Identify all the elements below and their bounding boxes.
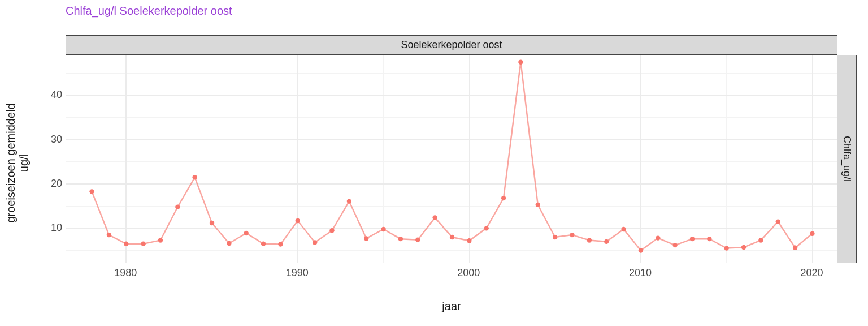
y-tick-label: 20 — [51, 178, 62, 190]
data-point — [313, 240, 317, 244]
data-point — [741, 245, 746, 250]
data-point — [398, 237, 403, 241]
data-point — [364, 236, 368, 241]
data-point — [501, 196, 506, 200]
data-point — [278, 242, 283, 246]
data-point — [690, 237, 695, 241]
data-point — [553, 235, 557, 239]
data-point — [244, 231, 249, 235]
data-point — [776, 219, 780, 224]
data-point — [570, 233, 574, 237]
x-axis-label: jaar — [66, 300, 837, 313]
data-point — [810, 231, 814, 236]
data-point — [124, 242, 128, 246]
y-axis-label: groeiseizoen gemiddeld ug/l — [5, 50, 31, 276]
x-tick-label: 2010 — [629, 267, 652, 279]
line-series — [92, 62, 813, 251]
data-point — [707, 237, 711, 241]
data-point — [793, 246, 797, 250]
data-point — [536, 203, 540, 207]
data-point — [467, 238, 471, 243]
chart-svg-layer — [66, 55, 837, 263]
data-point — [724, 246, 728, 250]
data-point — [450, 235, 454, 239]
data-point — [296, 218, 300, 223]
facet-strip-right: Chlfa_ug/l — [837, 55, 857, 263]
data-point — [261, 242, 266, 246]
data-point — [192, 175, 197, 179]
data-point — [227, 241, 231, 246]
x-tick-label: 2000 — [457, 267, 480, 279]
data-point — [107, 233, 111, 237]
data-point — [141, 242, 145, 246]
data-point — [381, 227, 385, 231]
data-point — [415, 238, 420, 242]
y-tick-label: 30 — [51, 133, 62, 145]
data-point — [604, 239, 609, 244]
data-point — [347, 199, 351, 203]
chart-container: Chlfa_ug/l Soelekerkepolder oost groeise… — [0, 0, 868, 326]
plot-area — [66, 55, 837, 263]
data-point — [518, 60, 523, 65]
data-point — [89, 189, 94, 194]
data-point — [158, 238, 163, 242]
data-point — [432, 215, 437, 220]
x-tick-label: 1980 — [114, 267, 137, 279]
data-point — [484, 226, 489, 230]
data-point — [656, 235, 660, 240]
data-point — [175, 205, 180, 209]
data-point — [329, 228, 334, 233]
x-tick-label: 2020 — [800, 267, 823, 279]
data-point — [758, 238, 763, 242]
data-point — [587, 238, 592, 242]
facet-strip-right-label: Chlfa_ug/l — [841, 136, 853, 182]
data-point — [639, 248, 643, 252]
y-tick-label: 10 — [51, 222, 62, 234]
y-tick-label: 40 — [51, 89, 62, 101]
data-point — [672, 243, 677, 247]
data-point — [210, 221, 214, 225]
facet-strip-top-label: Soelekerkepolder oost — [401, 39, 502, 51]
data-point — [621, 227, 626, 231]
x-tick-label: 1990 — [286, 267, 309, 279]
facet-strip-top: Soelekerkepolder oost — [66, 35, 837, 55]
chart-title: Chlfa_ug/l Soelekerkepolder oost — [66, 5, 232, 18]
